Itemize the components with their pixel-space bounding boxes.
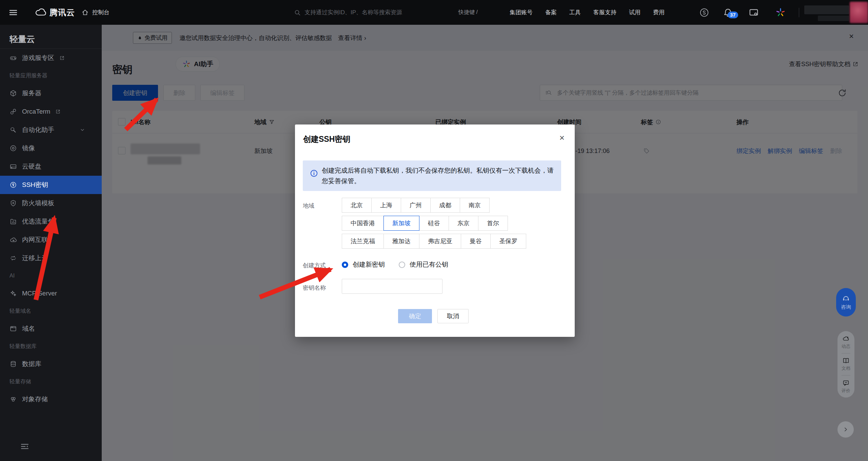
region-row: 中国香港 新加坡 硅谷 东京 首尔: [342, 216, 526, 231]
sidebar-item-servers[interactable]: 服务器: [0, 84, 102, 102]
docs-button[interactable]: 文档: [842, 357, 850, 371]
console-settings-icon[interactable]: [749, 0, 759, 25]
ai-pinwheel-icon[interactable]: [775, 0, 786, 25]
sidebar-section-ai: AI: [0, 267, 102, 284]
notification-count-badge: 37: [728, 12, 738, 18]
shield-icon: [9, 199, 17, 207]
cube-icon: [9, 90, 17, 97]
migrate-icon: [9, 254, 17, 262]
radio-create-new-key-selected[interactable]: [342, 262, 348, 268]
nav-trial[interactable]: 试用: [629, 8, 640, 16]
sidebar-item-game-zone[interactable]: 游戏服专区: [0, 49, 102, 67]
cloud-network-icon: [9, 236, 17, 244]
sidebar-item-domains[interactable]: 域名: [0, 320, 102, 338]
tencent-cloud-logo[interactable]: 腾讯云: [35, 0, 75, 25]
consult-button[interactable]: 咨询: [836, 288, 856, 316]
region-chengdu[interactable]: 成都: [430, 198, 460, 213]
region-label: 地域: [303, 202, 314, 210]
region-guangzhou[interactable]: 广州: [401, 198, 431, 213]
sidebar-item-databases[interactable]: 数据库: [0, 355, 102, 373]
nav-support[interactable]: 客服支持: [593, 8, 616, 16]
sidebar-item-mcp-server[interactable]: MCP Server: [0, 284, 102, 303]
global-search[interactable]: 支持通过实例ID、IP、名称等搜索资源: [294, 0, 402, 25]
key-icon: [9, 181, 17, 189]
sidebar-item-images[interactable]: 镜像: [0, 139, 102, 157]
home-icon: [81, 9, 89, 16]
sidebar-section-storage: 轻量存储: [0, 373, 102, 390]
sidebar-item-firewall-templates[interactable]: 防火墙模板: [0, 194, 102, 212]
sidebar-collapse-button[interactable]: [20, 441, 30, 452]
nav-icp-filing[interactable]: 备案: [545, 8, 557, 16]
sidebar-item-ssh-keys[interactable]: SSH密钥: [0, 176, 102, 194]
console-label: 控制台: [92, 8, 110, 16]
confirm-button-disabled[interactable]: 确定: [398, 309, 432, 323]
external-link-icon: [55, 109, 61, 114]
sidebar-item-object-storage[interactable]: 对象存储: [0, 390, 102, 408]
topbar: 腾讯云 控制台 支持通过实例ID、IP、名称等搜索资源 快捷键 / 集团账号 备…: [0, 0, 868, 25]
feedback-button[interactable]: 评价: [842, 379, 850, 394]
sparkle-icon: [9, 290, 17, 297]
floating-bar-collapse-button[interactable]: [837, 421, 854, 438]
object-storage-icon: [9, 396, 17, 403]
account-subname-redacted: [818, 16, 849, 21]
dialog-close-icon[interactable]: ×: [559, 133, 565, 142]
nav-group-account[interactable]: 集团账号: [510, 8, 533, 16]
sidebar-item-automation[interactable]: 自动化助手: [0, 121, 102, 139]
book-icon: [842, 357, 850, 364]
service-ticket-icon[interactable]: [699, 0, 709, 25]
info-alert: 创建完成后将自动下载私钥，我们不会保存您的私钥。私钥仅有一次下载机会，请您妥善保…: [303, 160, 561, 191]
wrench-icon: [9, 126, 17, 134]
dialog-title: 创建SSH密钥: [303, 134, 350, 145]
region-beijing[interactable]: 北京: [342, 198, 372, 213]
traffic-package-icon: [9, 218, 17, 225]
region-singapore-selected[interactable]: 新加坡: [383, 216, 419, 231]
region-virginia[interactable]: 弗吉尼亚: [419, 234, 461, 249]
topbar-nav: 集团账号 备案 工具 客服支持 试用 费用: [510, 0, 665, 25]
region-tokyo[interactable]: 东京: [449, 216, 478, 231]
nav-billing[interactable]: 费用: [653, 8, 665, 16]
avatar[interactable]: [850, 2, 868, 23]
account-name-redacted[interactable]: [804, 5, 849, 14]
sidebar-item-migration[interactable]: 迁移上云: [0, 249, 102, 267]
radio-use-existing-key-label[interactable]: 使用已有公钥: [410, 260, 448, 269]
chevron-right-icon: [842, 426, 849, 433]
global-search-placeholder: 支持通过实例ID、IP、名称等搜索资源: [304, 8, 402, 16]
pill-divider: [842, 375, 850, 376]
cancel-button[interactable]: 取消: [437, 309, 469, 323]
region-row: 法兰克福 雅加达 弗吉尼亚 曼谷 圣保罗: [342, 234, 526, 249]
region-hongkong[interactable]: 中国香港: [342, 216, 384, 231]
chevron-down-icon: [80, 127, 85, 133]
console-link[interactable]: 控制台: [81, 0, 110, 25]
radio-create-new-key-label[interactable]: 创建新密钥: [353, 260, 385, 269]
region-nanjing[interactable]: 南京: [460, 198, 490, 213]
method-options: 创建新密钥 使用已有公钥: [342, 260, 458, 269]
cloud-logo-icon: [35, 7, 46, 18]
sidebar-section-lighthouse: 轻量应用服务器: [0, 67, 102, 84]
sidebar-item-orcaterm[interactable]: OrcaTerm: [0, 102, 102, 121]
region-siliconvalley[interactable]: 硅谷: [419, 216, 449, 231]
external-link-icon: [59, 55, 65, 61]
region-shanghai[interactable]: 上海: [371, 198, 401, 213]
news-button[interactable]: 动态: [842, 335, 850, 349]
region-seoul[interactable]: 首尔: [478, 216, 508, 231]
gamepad-icon: [9, 54, 17, 62]
key-name-label: 密钥名称: [303, 284, 326, 292]
topbar-divider: [799, 8, 799, 17]
sidebar-item-cloud-disk[interactable]: 云硬盘: [0, 157, 102, 176]
info-circle-icon: [310, 169, 318, 177]
search-icon: [294, 9, 301, 16]
nav-tools[interactable]: 工具: [569, 8, 581, 16]
region-jakarta[interactable]: 雅加达: [383, 234, 419, 249]
region-bangkok[interactable]: 曼谷: [461, 234, 491, 249]
region-picker: 北京 上海 广州 成都 南京 中国香港 新加坡 硅谷 东京 首尔 法兰克福 雅加…: [342, 198, 526, 252]
notification-bell[interactable]: 37: [723, 0, 733, 25]
sidebar-item-traffic-packages[interactable]: 优选流量包: [0, 212, 102, 231]
browser-icon: [9, 325, 17, 332]
radio-use-existing-key[interactable]: [399, 262, 405, 268]
sidebar-item-intranet[interactable]: 内网互联: [0, 231, 102, 249]
key-name-input[interactable]: [342, 279, 442, 294]
floating-tool-pill: 动态 文档 评价: [837, 331, 854, 398]
region-frankfurt[interactable]: 法兰克福: [342, 234, 384, 249]
region-saopaulo[interactable]: 圣保罗: [490, 234, 526, 249]
hamburger-menu-icon[interactable]: [8, 0, 18, 25]
